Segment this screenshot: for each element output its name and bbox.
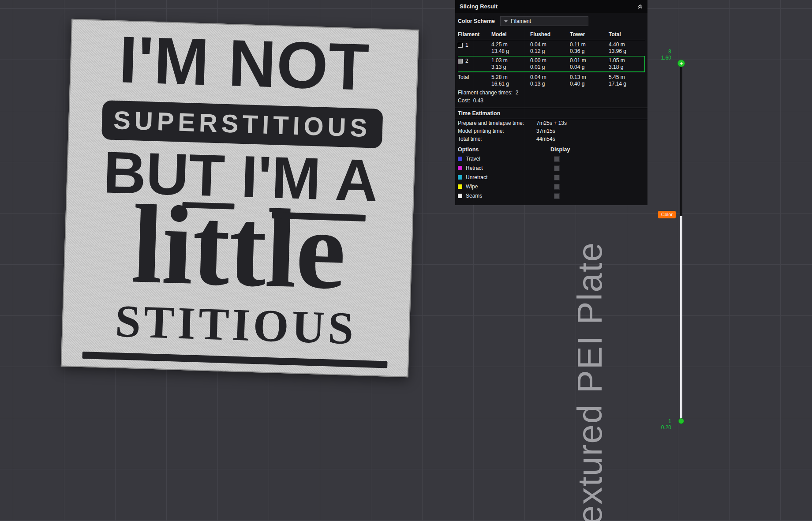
col-header-flushed: Flushed <box>530 31 570 37</box>
time-row-total: Total time: 44m54s <box>455 135 647 143</box>
color-change-badge[interactable]: Color <box>658 211 676 218</box>
viewport-3d[interactable]: I'M NOT SUPERSTITIOUS BUT I'M A little S… <box>0 0 812 521</box>
filament-usage-table: Filament Model Flushed Tower Total 1 4.2… <box>458 30 645 89</box>
wipe-display-toggle[interactable] <box>554 184 560 190</box>
travel-display-toggle[interactable] <box>554 156 560 162</box>
model-text-line1: I'M NOT <box>118 31 370 95</box>
color-scheme-row: Color Scheme Filament <box>455 13 647 29</box>
panel-title: Slicing Result <box>460 3 498 10</box>
slicing-result-panel: Slicing Result Color Scheme Filament Fil… <box>455 0 647 205</box>
retract-display-toggle[interactable] <box>554 165 560 171</box>
filament-2-swatch <box>458 59 463 64</box>
layer-slider-track-upper[interactable] <box>680 66 682 216</box>
option-row-unretract: Unretract <box>455 173 647 182</box>
panel-header: Slicing Result <box>455 0 647 13</box>
display-title: Display <box>550 146 645 153</box>
time-estimation-header: Time Estimation <box>455 108 647 119</box>
option-row-seams: Seams <box>455 191 647 201</box>
collapse-panel-button[interactable] <box>637 4 643 9</box>
total-row-label: Total <box>458 74 491 81</box>
unretract-color-swatch <box>458 175 462 180</box>
option-row-wipe: Wipe <box>455 182 647 191</box>
options-header-row: Options Display <box>455 143 647 154</box>
wipe-color-swatch <box>458 184 462 189</box>
printed-model-plate[interactable]: I'M NOT SUPERSTITIOUS BUT I'M A little S… <box>61 19 419 377</box>
filament-row-1[interactable]: 1 4.25 m13.48 g 0.04 m0.12 g 0.11 m0.36 … <box>458 40 645 56</box>
model-text-little: little <box>130 181 347 312</box>
double-chevron-up-icon <box>637 4 643 9</box>
table-total-row: Total 5.28 m16.61 g 0.04 m0.13 g 0.13 m0… <box>458 72 645 89</box>
option-row-travel: Travel <box>455 154 647 164</box>
filament-1-swatch <box>458 43 463 48</box>
options-title: Options <box>458 146 550 153</box>
slider-bottom-label: 1 0.20 <box>645 418 671 431</box>
filament-1-id: 1 <box>465 42 468 48</box>
model-underline-bar <box>82 352 387 368</box>
model-text-line4: little <box>131 199 347 295</box>
travel-color-swatch <box>458 157 462 161</box>
retract-color-swatch <box>458 166 462 170</box>
time-row-prepare: Prepare and timelapse time: 7m25s + 13s <box>455 119 647 127</box>
layer-slider-bottom-handle[interactable] <box>678 418 684 424</box>
cost-line: Cost: 0.43 <box>455 97 647 105</box>
table-header-row: Filament Model Flushed Tower Total <box>458 30 645 40</box>
filament-change-times: Filament change times: 2 <box>455 89 647 97</box>
slider-top-label: 8 1.60 <box>645 49 671 61</box>
color-scheme-dropdown[interactable]: Filament <box>500 16 588 26</box>
color-scheme-label: Color Scheme <box>458 18 495 24</box>
option-row-retract: Retract <box>455 164 647 173</box>
col-header-filament: Filament <box>458 31 491 37</box>
filament-2-id: 2 <box>465 58 468 64</box>
unretract-display-toggle[interactable] <box>554 175 560 180</box>
color-scheme-value: Filament <box>511 18 531 24</box>
chevron-down-icon <box>504 20 508 22</box>
layer-slider-top-handle[interactable]: + <box>677 60 685 67</box>
col-header-model: Model <box>491 31 530 37</box>
seams-color-swatch <box>458 194 462 198</box>
model-text-line2: SUPERSTITIOUS <box>113 105 371 142</box>
time-row-model: Model printing time: 37m15s <box>455 127 647 135</box>
build-plate-label: Textured PEI Plate <box>570 242 610 521</box>
layer-slider-track-lower[interactable] <box>680 216 682 420</box>
filament-row-2-selected[interactable]: 2 1.03 m3.13 g 0.00 m0.01 g 0.01 m0.04 g… <box>458 56 645 72</box>
seams-display-toggle[interactable] <box>554 193 560 199</box>
col-header-tower: Tower <box>570 31 609 37</box>
col-header-total: Total <box>609 31 645 37</box>
